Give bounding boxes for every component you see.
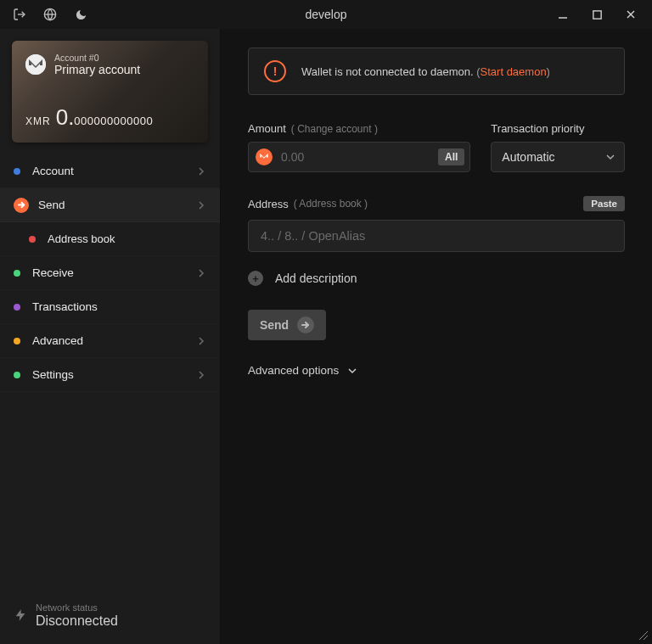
main-content: ! Wallet is not connected to daemon. (St… [221, 29, 652, 644]
globe-icon[interactable] [42, 7, 58, 22]
dot-icon [29, 236, 36, 243]
plus-icon: + [248, 271, 263, 286]
dot-icon [14, 168, 20, 175]
svg-line-12 [644, 636, 648, 640]
account-card[interactable]: Account #0 Primary account XMR 0.0000000… [12, 41, 208, 143]
banner-message: Wallet is not connected to daemon. [301, 65, 474, 78]
chevron-right-icon [198, 370, 205, 380]
add-description-label: Add description [275, 272, 357, 285]
monero-logo-icon [25, 54, 46, 75]
address-input[interactable] [259, 228, 614, 244]
chevron-down-icon [347, 367, 357, 374]
sidebar: Account #0 Primary account XMR 0.0000000… [0, 29, 221, 644]
network-status-label: Network status [36, 602, 118, 613]
chevron-down-icon [605, 154, 615, 160]
nav-address-book[interactable]: Address book [0, 222, 220, 256]
nav-account[interactable]: Account [0, 154, 220, 188]
maximize-button[interactable] [589, 7, 604, 22]
all-button[interactable]: All [438, 148, 464, 165]
network-status[interactable]: Network status Disconnected [0, 591, 220, 644]
account-name: Primary account [54, 63, 140, 76]
advanced-options-toggle[interactable]: Advanced options [248, 364, 625, 377]
balance-integer: 0. [56, 104, 75, 130]
arrow-right-icon [297, 316, 314, 333]
change-account-link[interactable]: ( Change account ) [291, 123, 378, 135]
titlebar: develop [0, 0, 652, 29]
amount-input[interactable] [279, 149, 431, 165]
start-daemon-link[interactable]: Start daemon [481, 65, 547, 78]
balance-currency: XMR [25, 115, 51, 127]
nav-transactions[interactable]: Transactions [0, 290, 220, 324]
nav-label: Advanced [32, 334, 83, 347]
balance-fraction: 000000000000 [74, 115, 153, 127]
nav-settings[interactable]: Settings [0, 358, 220, 392]
dot-icon [14, 304, 20, 311]
close-button[interactable] [623, 7, 638, 22]
nav-label: Transactions [32, 300, 98, 313]
send-icon [14, 198, 29, 213]
address-book-link[interactable]: ( Address book ) [294, 198, 368, 210]
priority-label: Transaction priority [491, 122, 584, 135]
add-description-button[interactable]: + Add description [248, 271, 625, 286]
priority-field: Transaction priority Automatic [491, 122, 625, 172]
banner-text: Wallet is not connected to daemon. (Star… [301, 65, 550, 78]
chevron-right-icon [198, 200, 205, 210]
lightning-icon [14, 607, 27, 624]
amount-field: Amount ( Change account ) All [248, 122, 470, 172]
address-field: Address ( Address book ) Paste [248, 196, 625, 252]
resize-handle-icon[interactable] [637, 629, 649, 641]
chevron-right-icon [198, 336, 205, 346]
address-label: Address [248, 198, 289, 210]
account-number: Account #0 [54, 53, 140, 63]
address-input-wrap[interactable] [248, 220, 625, 252]
logout-icon[interactable] [12, 7, 27, 22]
svg-line-11 [639, 631, 648, 640]
priority-select[interactable]: Automatic [491, 142, 625, 172]
nav-label: Receive [32, 266, 74, 279]
nav-receive[interactable]: Receive [0, 256, 220, 290]
window-title: develop [0, 8, 652, 21]
balance: XMR 0.000000000000 [25, 104, 194, 131]
chevron-right-icon [198, 268, 205, 278]
svg-point-9 [258, 151, 270, 163]
nav-label: Account [32, 165, 74, 177]
dot-icon [14, 270, 20, 277]
daemon-warning-banner: ! Wallet is not connected to daemon. (St… [248, 48, 625, 95]
send-button[interactable]: Send [248, 310, 326, 340]
nav-advanced[interactable]: Advanced [0, 324, 220, 358]
send-button-label: Send [260, 318, 289, 332]
nav-send[interactable]: Send [0, 188, 220, 222]
warning-icon: ! [264, 60, 286, 82]
advanced-options-label: Advanced options [248, 364, 339, 377]
svg-point-7 [25, 54, 46, 75]
svg-rect-4 [593, 10, 600, 18]
nav-label: Settings [32, 368, 74, 381]
network-status-value: Disconnected [36, 613, 118, 629]
dot-icon [14, 338, 20, 344]
priority-value: Automatic [502, 150, 554, 164]
moon-icon[interactable] [73, 7, 88, 22]
chevron-right-icon [198, 166, 205, 176]
minimize-button[interactable] [555, 7, 570, 22]
nav-label: Send [38, 199, 65, 211]
dot-icon [14, 372, 20, 378]
amount-label: Amount [248, 122, 286, 135]
sidebar-nav: Account Send Address book [0, 154, 220, 392]
paste-button[interactable]: Paste [583, 196, 625, 211]
amount-input-wrap[interactable]: All [248, 142, 470, 172]
nav-label: Address book [48, 232, 115, 245]
monero-icon [256, 148, 273, 165]
